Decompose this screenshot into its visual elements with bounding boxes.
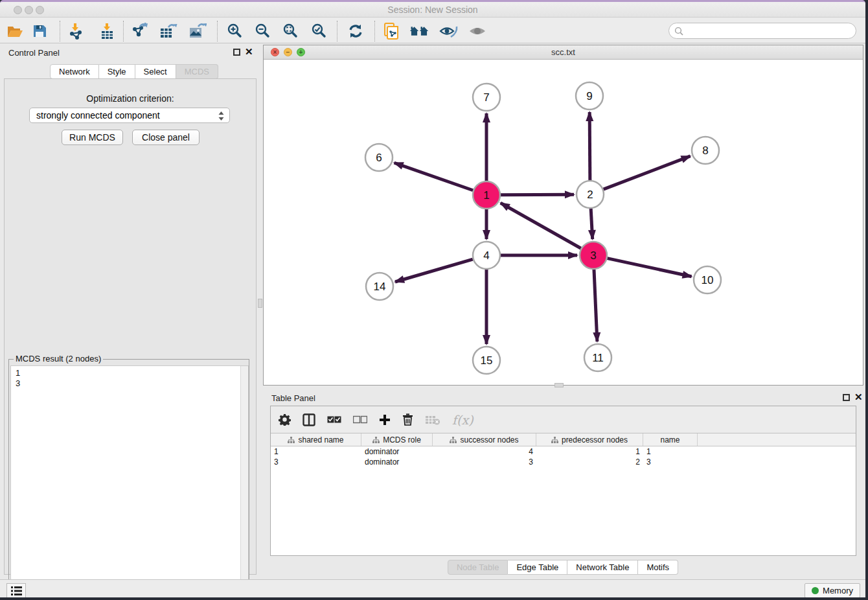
network-title: scc.txt	[264, 47, 863, 57]
table-row[interactable]: 3dominator323	[271, 457, 856, 467]
tab-network-table[interactable]: Network Table	[567, 560, 638, 575]
export-network-icon[interactable]	[130, 21, 149, 41]
node-1[interactable]: 1	[473, 181, 500, 209]
table-row[interactable]: 1dominator411	[271, 446, 856, 457]
memory-status-icon	[812, 587, 819, 594]
node-10[interactable]: 10	[694, 266, 721, 294]
network-window-titlebar[interactable]: × − + scc.txt	[264, 45, 863, 60]
show-columns-icon[interactable]	[303, 413, 315, 426]
node-3[interactable]: 3	[580, 242, 607, 269]
table-body: 1dominator4113dominator323	[271, 446, 856, 467]
edge-2-9[interactable]	[589, 112, 590, 180]
column-header-successor-nodes[interactable]: successor nodes	[433, 433, 536, 446]
edge-3-10[interactable]	[608, 259, 692, 277]
search-field[interactable]	[686, 26, 856, 36]
close-panel-icon[interactable]: ✕	[245, 46, 253, 58]
zoom-fit-icon[interactable]	[281, 21, 301, 41]
dropdown-stepper-icon	[218, 111, 225, 123]
edge-2-8[interactable]	[604, 156, 691, 189]
mcds-panel: Optimization criterion: strongly connect…	[4, 78, 257, 575]
network-graph[interactable]: 1234678910111415	[264, 60, 863, 385]
zoom-selected-icon[interactable]	[310, 21, 329, 41]
table-panel-header: Table Panel ✕	[263, 389, 863, 408]
table-cell[interactable]: 1	[643, 446, 698, 457]
criterion-dropdown[interactable]: strongly connected component	[29, 108, 230, 123]
edge-3-11[interactable]	[594, 270, 597, 341]
svg-text:8: 8	[702, 144, 708, 157]
table-cell[interactable]: 1	[271, 446, 361, 457]
table-cell[interactable]: 3	[643, 457, 698, 467]
edge-4-14[interactable]	[395, 259, 473, 282]
column-header-MCDS-role[interactable]: MCDS role	[361, 433, 433, 446]
mcds-result-title: MCDS result (2 nodes)	[14, 354, 103, 363]
create-column-icon[interactable]	[379, 414, 391, 426]
table-float-panel-icon[interactable]	[843, 394, 850, 401]
save-session-icon[interactable]	[30, 21, 49, 41]
node-8[interactable]: 8	[692, 137, 719, 164]
tab-select[interactable]: Select	[135, 64, 176, 79]
tab-edge-table[interactable]: Edge Table	[508, 560, 567, 575]
tab-motifs[interactable]: Motifs	[638, 560, 678, 575]
column-header-predecessor-nodes[interactable]: predecessor nodes	[536, 433, 643, 446]
first-neighbors-icon[interactable]	[409, 21, 429, 41]
node-2[interactable]: 2	[577, 181, 604, 208]
zoom-in-icon[interactable]	[225, 21, 245, 41]
tab-mcds[interactable]: MCDS	[176, 64, 218, 79]
tab-network[interactable]: Network	[50, 64, 99, 79]
horizontal-splitter-handle[interactable]	[554, 383, 564, 387]
table-cell[interactable]: 3	[271, 457, 361, 467]
close-panel-button[interactable]: Close panel	[132, 130, 200, 145]
import-network-icon[interactable]	[66, 21, 86, 41]
edge-2-3[interactable]	[591, 209, 593, 239]
task-history-button[interactable]	[6, 583, 26, 597]
main-toolbar	[0, 18, 865, 43]
table-cell[interactable]: 2	[536, 457, 643, 467]
node-14[interactable]: 14	[366, 273, 393, 300]
table-cell[interactable]: 3	[433, 457, 536, 467]
table-close-panel-icon[interactable]: ✕	[854, 391, 863, 403]
node-table[interactable]: shared nameMCDS rolesuccessor nodesprede…	[271, 433, 856, 555]
search-input[interactable]	[668, 23, 856, 39]
table-settings-gear-icon[interactable]	[279, 413, 291, 426]
result-scrollbar[interactable]	[240, 366, 248, 597]
node-6[interactable]: 6	[365, 144, 393, 171]
table-cell[interactable]: dominator	[361, 457, 433, 467]
column-header-name[interactable]: name	[643, 433, 698, 446]
open-session-icon[interactable]	[5, 21, 25, 41]
mcds-result-area[interactable]: 1 3	[10, 365, 249, 597]
svg-text:4: 4	[483, 249, 489, 262]
table-cell[interactable]: dominator	[361, 446, 433, 457]
hide-selected-icon[interactable]	[439, 21, 459, 41]
float-panel-icon[interactable]	[233, 49, 240, 56]
refresh-icon[interactable]	[346, 21, 365, 41]
network-canvas[interactable]: 1234678910111415	[264, 60, 863, 385]
delete-column-icon[interactable]	[402, 413, 413, 426]
node-9[interactable]: 9	[576, 82, 603, 110]
node-15[interactable]: 15	[473, 347, 500, 374]
svg-text:14: 14	[374, 281, 386, 293]
table-cell[interactable]: 4	[433, 446, 536, 457]
clone-network-icon[interactable]	[382, 21, 402, 41]
node-4[interactable]: 4	[473, 242, 500, 269]
table-cell[interactable]: 1	[536, 446, 643, 457]
edge-1-6[interactable]	[394, 163, 474, 190]
node-11[interactable]: 11	[584, 344, 611, 371]
memory-button[interactable]: Memory	[805, 583, 860, 597]
edge-1-2[interactable]	[501, 194, 574, 195]
node-7[interactable]: 7	[473, 84, 500, 111]
export-table-icon[interactable]	[159, 21, 178, 41]
import-table-icon[interactable]	[97, 21, 117, 41]
svg-text:9: 9	[586, 90, 592, 102]
tab-node-table[interactable]: Node Table	[448, 560, 508, 575]
run-mcds-button[interactable]: Run MCDS	[62, 130, 123, 145]
tab-style[interactable]: Style	[99, 64, 135, 79]
select-all-columns-icon[interactable]	[327, 415, 341, 424]
table-panel-title: Table Panel	[271, 393, 315, 403]
export-image-icon[interactable]	[188, 21, 207, 41]
column-header-shared-name[interactable]: shared name	[271, 433, 361, 446]
vertical-splitter-handle[interactable]	[258, 299, 262, 308]
search-icon	[674, 27, 683, 36]
deselect-all-columns-icon[interactable]	[353, 415, 367, 424]
zoom-out-icon[interactable]	[253, 21, 273, 41]
edge-3-1[interactable]	[501, 203, 581, 248]
